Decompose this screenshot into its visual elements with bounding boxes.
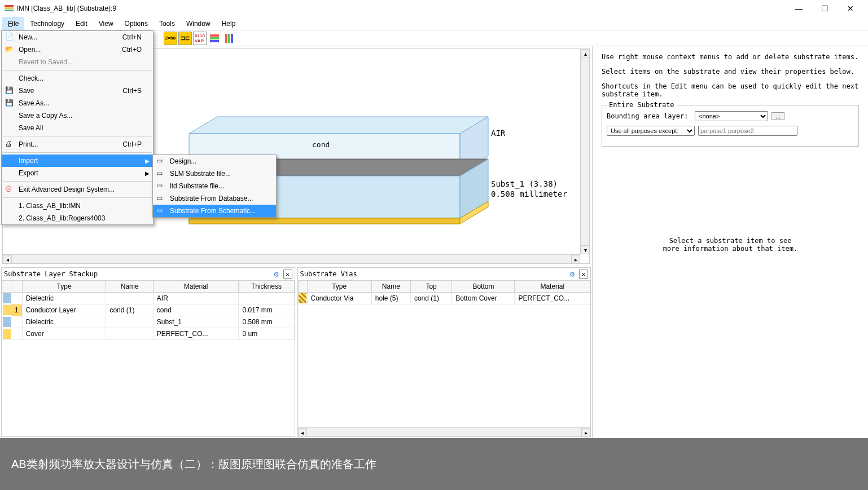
file-save[interactable]: 💾 SaveCtrl+S (2, 85, 153, 97)
window-title: IMN [Class_AB_lib] (Substrate):9 (17, 5, 116, 12)
bounding-browse-button[interactable]: ... (771, 112, 784, 120)
menu-options[interactable]: Options (119, 17, 154, 30)
bounding-layer-label: Bounding area layer: (607, 112, 691, 120)
tool-layers-icon[interactable] (208, 32, 221, 45)
canvas-labels: AIR Subst_1 (3.38) 0.508 millimeter (491, 128, 567, 200)
scroll-left-icon[interactable]: ◂ (298, 428, 307, 437)
air-label: AIR (491, 128, 567, 138)
scroll-right-icon[interactable]: ▸ (581, 428, 590, 437)
scroll-down-icon[interactable]: ▾ (581, 245, 590, 254)
stackup-table[interactable]: TypeName MaterialThickness DielectricAIR… (2, 280, 295, 340)
close-button[interactable]: ✕ (838, 0, 863, 17)
stackup-close-icon[interactable]: ✕ (283, 270, 292, 279)
import-slm[interactable]: ▭ SLM Substrate file... (153, 167, 276, 180)
svg-rect-0 (210, 34, 219, 37)
menu-edit[interactable]: Edit (70, 17, 93, 30)
file-save-copy[interactable]: Save a Copy As... (2, 109, 153, 122)
substrate-icon: ▭ (156, 157, 165, 166)
info-message: Select a substrate item to see more info… (602, 237, 859, 253)
import-design[interactable]: ▭ Design... (153, 155, 276, 167)
save-as-icon: 💾 (5, 99, 14, 108)
stackup-panel: Substrate Layer Stackup ⚙ ✕ TypeName Mat… (1, 267, 295, 437)
submenu-arrow-icon: ▶ (145, 158, 150, 164)
menu-technology[interactable]: Technology (24, 17, 70, 30)
menu-file[interactable]: File (2, 17, 24, 30)
file-check[interactable]: Check... (2, 72, 153, 85)
svg-marker-16 (189, 218, 460, 224)
file-save-all[interactable]: Save All (2, 122, 153, 134)
purposes-input[interactable] (698, 126, 797, 136)
svg-rect-1 (210, 37, 219, 39)
submenu-arrow-icon: ▶ (145, 170, 150, 176)
import-schematic[interactable]: ▭ Substrate From Schematic... (153, 205, 276, 217)
print-icon: 🖨 (5, 140, 14, 149)
menu-tools[interactable]: Tools (154, 17, 181, 30)
file-revert: Revert to Saved... (2, 56, 153, 68)
scroll-up-icon[interactable]: ▴ (581, 49, 590, 58)
subst-thickness-label: 0.508 millimeter (491, 189, 567, 199)
table-row[interactable]: Conductor Viahole (5)cond (1)Bottom Cove… (298, 293, 590, 304)
purposes-mode-select[interactable]: Use all purposes except: (607, 126, 695, 136)
import-submenu: ▭ Design... ▭ SLM Substrate file... ▭ lt… (152, 154, 277, 218)
canvas-hscroll[interactable]: ◂ ▸ (3, 254, 580, 263)
app-icon (5, 5, 14, 12)
svg-rect-5 (231, 34, 233, 43)
tool-z50-icon[interactable]: Z=50 (164, 32, 177, 45)
file-new[interactable]: 📄 New...Ctrl+N (2, 31, 153, 43)
import-database[interactable]: ▭ Substrate From Database... (153, 192, 276, 205)
exit-icon: ⮾ (5, 185, 14, 194)
footer-text: AB类射频功率放大器设计与仿真（二）：版图原理图联合仿真的准备工作 (11, 457, 376, 472)
subst-name-label: Subst_1 (3.38) (491, 179, 567, 189)
open-icon: 📂 (5, 45, 14, 54)
file-recent-2[interactable]: 2. Class_AB_lib:Rogers4003 (2, 212, 153, 224)
titlebar: IMN [Class_AB_lib] (Substrate):9 — ☐ ✕ (0, 0, 868, 17)
file-print[interactable]: 🖨 Print...Ctrl+P (2, 138, 153, 151)
tool-tline-icon[interactable]: ⊐⊏ (178, 32, 192, 45)
menu-view[interactable]: View (93, 17, 119, 30)
substrate-icon: ▭ (156, 182, 165, 191)
substrate-icon: ▭ (156, 194, 165, 203)
menu-help[interactable]: Help (216, 17, 242, 30)
menu-window[interactable]: Window (181, 17, 216, 30)
table-row[interactable]: 1 Conductor Layercond (1)cond0.017 mm (2, 304, 295, 316)
vias-panel: Substrate Vias ⚙ ✕ TypeName TopBottomMat… (297, 267, 591, 437)
entire-substrate-group: Entire Substrate Bounding area layer: <n… (602, 105, 859, 147)
stackup-settings-icon[interactable]: ⚙ (272, 270, 281, 279)
tool-columns-icon[interactable] (222, 32, 236, 45)
file-exit[interactable]: ⮾ Exit Advanced Design System... (2, 183, 153, 196)
table-row[interactable]: DielectricAIR (2, 293, 295, 304)
import-ltd[interactable]: ▭ ltd Substrate file... (153, 180, 276, 192)
new-icon: 📄 (5, 33, 14, 42)
footer-caption: AB类射频功率放大器设计与仿真（二）：版图原理图联合仿真的准备工作 (0, 438, 868, 490)
tool-var-icon[interactable]: 0110VAR (193, 32, 207, 45)
scroll-right-icon[interactable]: ▸ (571, 255, 580, 264)
svg-rect-2 (210, 40, 219, 42)
file-open[interactable]: 📂 Open...Ctrl+O (2, 43, 153, 56)
hint-text: Shortcuts in the Edit menu can be used t… (602, 82, 859, 98)
maximize-button[interactable]: ☐ (812, 0, 838, 17)
fieldset-legend: Entire Substrate (607, 101, 677, 109)
table-row[interactable]: DielectricSubst_10.508 mm (2, 316, 295, 328)
vias-table[interactable]: TypeName TopBottomMaterial Conductor Via… (298, 280, 591, 304)
properties-panel: Use right mouse context menus to add or … (593, 46, 868, 438)
scroll-left-icon[interactable]: ◂ (3, 255, 12, 264)
menubar: File Technology Edit View Options Tools … (0, 17, 868, 30)
file-export[interactable]: Export▶ (2, 167, 153, 179)
stackup-title: Substrate Layer Stackup (4, 270, 98, 278)
canvas-vscroll[interactable]: ▴ ▾ (580, 49, 589, 254)
bottom-panels: Substrate Layer Stackup ⚙ ✕ TypeName Mat… (0, 266, 592, 438)
vias-title: Substrate Vias (300, 270, 357, 278)
bounding-layer-select[interactable]: <none> (695, 111, 768, 121)
file-import[interactable]: Import▶ (2, 154, 153, 167)
substrate-icon: ▭ (156, 169, 165, 178)
vias-hscroll[interactable]: ◂ ▸ (298, 427, 591, 436)
file-save-as[interactable]: 💾 Save As... (2, 97, 153, 109)
vias-settings-icon[interactable]: ⚙ (568, 270, 577, 279)
table-row[interactable]: CoverPERFECT_CO...0 um (2, 328, 295, 340)
svg-marker-6 (189, 117, 488, 134)
substrate-icon: ▭ (156, 206, 165, 215)
cond-label: cond (312, 140, 330, 149)
minimize-button[interactable]: — (786, 0, 812, 17)
file-recent-1[interactable]: 1. Class_AB_lib:IMN (2, 200, 153, 212)
vias-close-icon[interactable]: ✕ (579, 270, 588, 279)
